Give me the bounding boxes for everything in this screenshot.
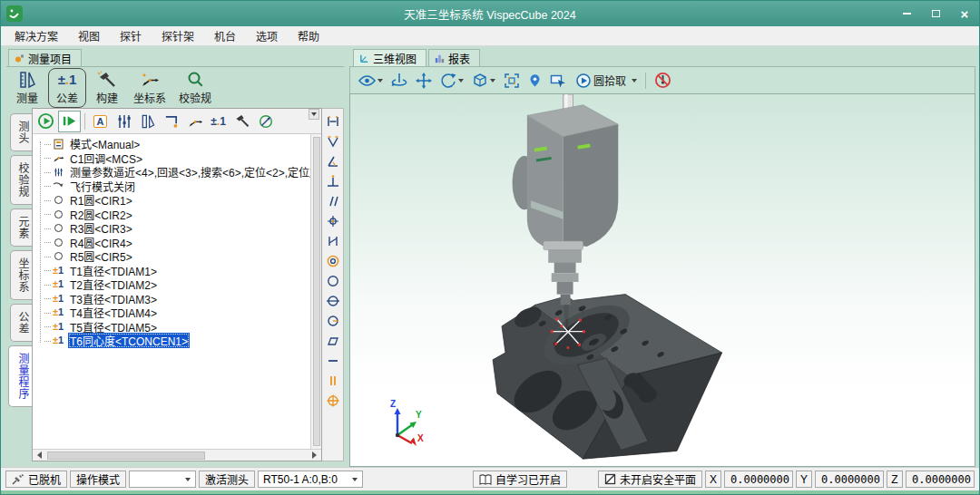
side-tab-tolerance[interactable]: 公差 <box>10 304 32 342</box>
tree-item-diameter-tolerance[interactable]: ±1 T2直径<TDIAM2> <box>37 277 310 292</box>
label-icon: A <box>93 115 108 128</box>
view-cube-button[interactable] <box>469 70 498 92</box>
location-pin-icon <box>528 73 542 89</box>
parallel-lines-icon[interactable] <box>323 371 343 390</box>
tree-horizontal-scrollbar[interactable] <box>33 449 321 461</box>
3d-viewport[interactable]: Z Y X <box>349 93 975 467</box>
chevron-down-icon <box>185 478 191 481</box>
magnifier-icon <box>185 71 205 89</box>
side-tab-coordinate-systems[interactable]: 坐标系 <box>10 250 32 300</box>
tree-item-diameter-tolerance[interactable]: ±1 T5直径<TDIAM5> <box>37 320 310 335</box>
flatness-icon[interactable] <box>323 331 343 350</box>
tree-item-diameter-tolerance[interactable]: ±1 T3直径<TDIAM3> <box>37 292 310 306</box>
side-tab-probe[interactable]: 测头 <box>10 113 32 151</box>
tree-item-circle[interactable]: R1圆<CIR1> <box>37 193 310 208</box>
probe-disabled-icon <box>654 72 671 89</box>
side-tab-strip: 测头 校验规 元素 坐标系 公差 测量程序 <box>6 108 32 461</box>
safety-plane-status[interactable]: 未开启安全平面 <box>598 471 702 488</box>
construct-tool-button[interactable] <box>230 111 253 132</box>
circle-pick-button[interactable]: 圆拾取 <box>573 70 640 92</box>
window-select-button[interactable] <box>547 70 570 92</box>
menu-help[interactable]: 帮助 <box>288 26 329 45</box>
angle-tolerance-icon[interactable] <box>323 151 343 170</box>
zoom-fit-button[interactable] <box>501 70 523 92</box>
tree-item-circle[interactable]: R3圆<CIR3> <box>37 221 310 236</box>
tree-item-diameter-tolerance[interactable]: ±1 T1直径<TDIAM1> <box>37 264 310 278</box>
tolerance-category-button[interactable]: ±.1 公差 <box>48 68 86 108</box>
visibility-button[interactable] <box>356 70 386 92</box>
construct-category-button[interactable]: 构建 <box>88 68 126 108</box>
view-panel: 三维视图 报表 <box>349 48 975 467</box>
tree-vertical-scrollbar[interactable] <box>310 134 321 449</box>
measure-project-panel: 测量项目 测量 ±.1 公差 <box>6 48 344 467</box>
toolbar-overflow-button[interactable] <box>309 109 319 120</box>
element-tool-button[interactable] <box>160 111 182 132</box>
tree-item-diameter-tolerance[interactable]: ±1 T4直径<TDIAM4> <box>37 306 310 320</box>
tree-item-circle[interactable]: R2圆<CIR2> <box>37 208 310 222</box>
menu-machine[interactable]: 机台 <box>204 26 246 45</box>
label-tool-button[interactable]: A <box>89 111 112 132</box>
gauge-category-button[interactable]: 校验规 <box>173 68 217 108</box>
tree-item-concentricity-selected[interactable]: ±1 T6同心度<TCONCEN1> <box>37 334 310 348</box>
menu-probe-rack[interactable]: 探针架 <box>152 26 204 45</box>
side-tab-measure-program[interactable]: 测量程序 <box>8 345 32 407</box>
run-program-button[interactable] <box>34 111 57 132</box>
y-axis-label: Y <box>796 471 812 488</box>
active-probe-select[interactable]: RT50-1 A:0,B:0 <box>258 471 363 488</box>
coordinate-system-tool-button[interactable] <box>183 111 206 132</box>
side-tab-gauge[interactable]: 校验规 <box>10 155 32 205</box>
angularity-icon[interactable] <box>323 231 343 250</box>
runout-icon[interactable] <box>323 311 343 330</box>
scrollbar-thumb[interactable] <box>47 451 205 460</box>
orbit-icon <box>391 73 407 89</box>
scrollbar-thumb[interactable] <box>313 137 320 446</box>
tab-3d-view[interactable]: 三维视图 <box>353 49 426 66</box>
tree-item-circle[interactable]: R4圆<CIR4> <box>37 236 310 250</box>
measure-category-button[interactable]: 测量 <box>8 68 46 108</box>
orbit-button[interactable] <box>388 70 410 92</box>
menu-view[interactable]: 视图 <box>68 26 110 45</box>
position-icon[interactable] <box>323 211 343 230</box>
measure-params-button[interactable] <box>113 111 135 132</box>
chevron-down-icon <box>632 79 637 82</box>
tab-measure-project[interactable]: 测量项目 <box>8 49 82 66</box>
z-axis-label: Z <box>887 471 903 488</box>
step-run-button[interactable] <box>58 111 81 132</box>
tree-item-fly-mode[interactable]: 飞行模式关闭 <box>37 180 310 194</box>
cylindricity-icon[interactable] <box>323 291 343 310</box>
concentricity-icon[interactable] <box>323 251 343 270</box>
rotate-view-button[interactable] <box>437 70 466 92</box>
tree-item-recall[interactable]: C1回调<MCS> <box>37 151 310 166</box>
measure-tool-button[interactable] <box>136 111 159 132</box>
pan-button[interactable] <box>413 70 435 92</box>
angle-v-tolerance-icon[interactable] <box>323 131 343 150</box>
3d-scene <box>350 94 975 466</box>
tab-report[interactable]: 报表 <box>428 49 480 66</box>
operation-mode-select[interactable] <box>129 471 196 488</box>
circle-icon <box>52 224 64 232</box>
coordinate-system-category-button[interactable]: 坐标系 <box>128 68 172 108</box>
parallelism-icon[interactable] <box>323 191 343 210</box>
menu-solution[interactable]: 解决方案 <box>5 26 68 45</box>
menu-options[interactable]: 选项 <box>246 26 288 45</box>
circle-pick-label: 圆拾取 <box>593 73 626 88</box>
menu-probe[interactable]: 探针 <box>110 26 152 45</box>
scroll-left-arrow[interactable] <box>34 451 45 461</box>
probe-disable-button[interactable] <box>652 70 674 92</box>
perpendicularity-icon[interactable] <box>323 171 343 190</box>
gauge-tool-button[interactable] <box>254 111 277 132</box>
self-learn-status[interactable]: 自学习已开启 <box>473 471 567 488</box>
params-icon <box>116 113 132 130</box>
roundness-icon[interactable] <box>323 271 343 290</box>
side-tab-elements[interactable]: 元素 <box>10 209 32 247</box>
locate-button[interactable] <box>525 70 544 92</box>
scroll-right-arrow[interactable] <box>309 451 320 461</box>
true-position-icon[interactable] <box>323 391 343 410</box>
distance-tolerance-icon[interactable] <box>323 112 343 131</box>
straightness-icon[interactable] <box>323 351 343 370</box>
tree-item-mode[interactable]: 模式<Manual> <box>37 137 310 151</box>
tolerance-tool-button[interactable]: ±.1 <box>207 111 230 132</box>
tree-item-measure-params[interactable]: 测量参数逼近<4>,回退<3>,搜索<6>,定位<2>,定位加<2>,测 <box>37 165 310 180</box>
no-safety-plane-icon <box>604 473 616 485</box>
tree-item-circle[interactable]: R5圆<CIR5> <box>37 249 310 264</box>
